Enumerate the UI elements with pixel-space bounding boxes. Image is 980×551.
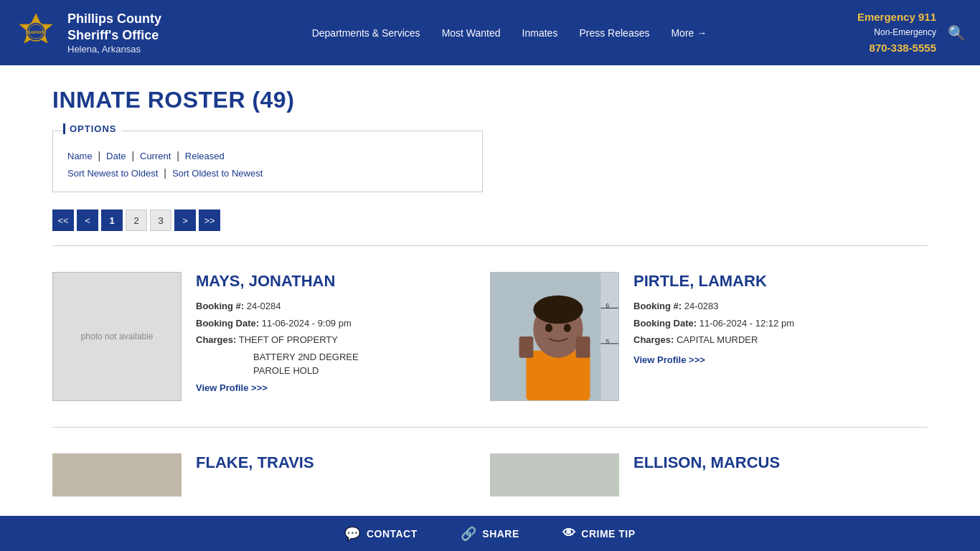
svg-rect-5 xyxy=(600,273,618,400)
options-box: OPTIONS Name | Date | Current | Released… xyxy=(52,131,483,192)
inmate-name-ellison: ELLISON, MARCUS xyxy=(633,453,780,472)
page-2[interactable]: 2 xyxy=(126,209,147,231)
inmate-card-flake: FLAKE, TRAVIS xyxy=(52,439,490,496)
inmate-card-mays: photo not available MAYS, JONATHAN Booki… xyxy=(52,258,490,415)
search-button[interactable]: 🔍 xyxy=(948,24,966,42)
view-profile-mays[interactable]: View Profile >>> xyxy=(196,382,268,393)
filter-name[interactable]: Name xyxy=(67,151,93,161)
pirtle-photo-svg: 6 5 xyxy=(491,272,618,401)
inmate-card-ellison: ELLISON, MARCUS xyxy=(490,439,928,496)
sort-oldest[interactable]: Sort Oldest to Newest xyxy=(172,168,263,179)
filter-links-row1: Name | Date | Current | Released xyxy=(67,150,468,161)
nav-more[interactable]: More → xyxy=(671,27,707,39)
inmate-info-mays: MAYS, JONATHAN Booking #: 24-0284 Bookin… xyxy=(196,272,359,393)
nav-dept-services[interactable]: Departments & Services xyxy=(312,27,420,39)
header-right: Emergency 911 Non-Emergency 870-338-5555… xyxy=(857,9,966,57)
svg-text:6: 6 xyxy=(606,302,609,309)
booking-date-mays: Booking Date: 11-06-2024 - 9:09 pm xyxy=(196,316,359,331)
options-links: Name | Date | Current | Released Sort Ne… xyxy=(67,150,468,179)
inmate-photo-ellison xyxy=(490,453,619,496)
agency-title: Phillips County Sheriff's Office Helena,… xyxy=(67,11,161,55)
page-next[interactable]: > xyxy=(174,209,196,231)
phone-number: 870-338-5555 xyxy=(857,39,936,57)
emergency-label: Emergency xyxy=(857,11,915,23)
booking-num-pirtle: Booking #: 24-0283 xyxy=(633,299,794,314)
page-prev[interactable]: < xyxy=(77,209,98,231)
options-label: OPTIONS xyxy=(63,123,121,134)
svg-rect-10 xyxy=(526,351,590,400)
inmate-photo-flake xyxy=(52,453,182,496)
svg-rect-15 xyxy=(519,336,534,358)
photo-placeholder-mays: photo not available xyxy=(53,273,181,400)
svg-rect-16 xyxy=(576,336,590,358)
inmate-name-flake: FLAKE, TRAVIS xyxy=(196,453,314,472)
inmate-photo-mays: photo not available xyxy=(52,272,182,401)
svg-point-14 xyxy=(564,324,571,332)
main-content: INMATE ROSTER (49) OPTIONS Name | Date |… xyxy=(24,65,956,511)
filter-current[interactable]: Current xyxy=(140,151,171,161)
svg-point-12 xyxy=(533,296,583,324)
sort-newest[interactable]: Sort Newest to Oldest xyxy=(67,168,158,179)
inmate-photo-pirtle: 6 5 xyxy=(490,272,619,401)
nonemergency-label: Non-Emergency xyxy=(857,26,936,39)
inmate-card-pirtle: 6 5 xyxy=(490,258,928,415)
page-first[interactable]: << xyxy=(52,209,74,231)
brand-section: SHERIFF Phillips County Sheriff's Office… xyxy=(14,11,161,55)
emergency-number: 911 xyxy=(918,11,936,23)
filter-date[interactable]: Date xyxy=(106,151,126,161)
pagination: << < 1 2 3 > >> xyxy=(52,209,928,231)
inmate-grid: photo not available MAYS, JONATHAN Booki… xyxy=(52,258,928,415)
charges-mays: Charges: THEFT OF PROPERTY xyxy=(196,333,359,347)
partial-inmate-grid: FLAKE, TRAVIS ELLISON, MARCUS xyxy=(52,439,928,496)
charges-pirtle: Charges: CAPITAL MURDER xyxy=(633,333,794,347)
svg-point-13 xyxy=(545,324,552,332)
divider-middle xyxy=(52,427,928,428)
booking-date-pirtle: Booking Date: 11-06-2024 - 12:12 pm xyxy=(633,316,794,331)
main-nav: Departments & Services Most Wanted Inmat… xyxy=(161,27,857,39)
filter-released[interactable]: Released xyxy=(185,151,225,161)
inmate-name-mays: MAYS, JONATHAN xyxy=(196,272,359,291)
nav-press-releases[interactable]: Press Releases xyxy=(579,27,649,39)
svg-text:SHERIFF: SHERIFF xyxy=(27,30,45,34)
svg-text:5: 5 xyxy=(606,338,609,345)
inmate-info-pirtle: PIRTLE, LAMARK Booking #: 24-0283 Bookin… xyxy=(633,272,794,365)
page-last[interactable]: >> xyxy=(199,209,220,231)
emergency-info: Emergency 911 Non-Emergency 870-338-5555 xyxy=(857,9,936,57)
divider-top xyxy=(52,245,928,246)
nav-inmates[interactable]: Inmates xyxy=(522,27,558,39)
view-profile-pirtle[interactable]: View Profile >>> xyxy=(633,354,705,365)
nav-most-wanted[interactable]: Most Wanted xyxy=(442,27,501,39)
sheriff-badge-icon: SHERIFF xyxy=(14,11,57,55)
sort-links-row2: Sort Newest to Oldest | Sort Oldest to N… xyxy=(67,167,468,179)
site-header: SHERIFF Phillips County Sheriff's Office… xyxy=(0,0,980,65)
inmate-name-pirtle: PIRTLE, LAMARK xyxy=(633,272,794,291)
page-3[interactable]: 3 xyxy=(150,209,171,231)
charges-list-mays: BATTERY 2ND DEGREE PAROLE HOLD xyxy=(253,350,359,378)
page-1[interactable]: 1 xyxy=(101,209,123,231)
booking-num-mays: Booking #: 24-0284 xyxy=(196,299,359,314)
page-title: INMATE ROSTER (49) xyxy=(52,87,928,113)
